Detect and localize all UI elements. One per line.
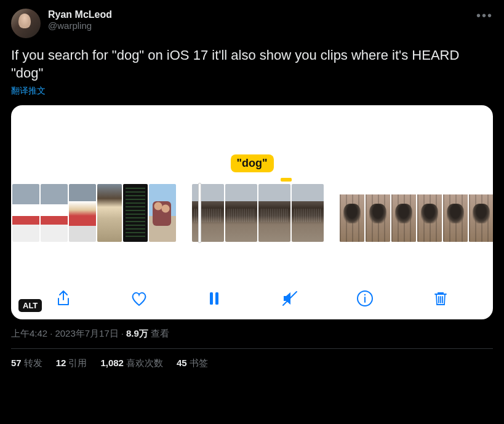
views-label: 查看 xyxy=(151,328,169,338)
search-result-marker xyxy=(281,178,292,182)
svg-rect-1 xyxy=(215,292,218,305)
tweet-text: If you search for "dog" on iOS 17 it'll … xyxy=(11,47,493,82)
tweet-time[interactable]: 上午4:42 xyxy=(11,328,47,338)
info-icon[interactable] xyxy=(355,289,375,308)
thumbnail[interactable] xyxy=(340,184,364,242)
heart-icon[interactable] xyxy=(129,289,149,308)
retweets-stat[interactable]: 57转发 xyxy=(11,358,42,369)
video-timeline[interactable] xyxy=(11,184,493,242)
clip-group-left xyxy=(12,184,176,242)
tweet-stats: 57转发 12引用 1,082喜欢次数 45书签 xyxy=(11,349,493,369)
thumbnail[interactable] xyxy=(97,184,122,242)
tweet-container: Ryan McLeod @warpling ••• If you search … xyxy=(0,0,504,369)
alt-badge[interactable]: ALT xyxy=(18,299,42,312)
thumbnail[interactable] xyxy=(443,184,468,242)
more-options-icon[interactable]: ••• xyxy=(476,9,493,23)
user-handle: @warpling xyxy=(48,20,112,31)
media-toolbar xyxy=(11,289,493,308)
pause-icon[interactable] xyxy=(204,289,224,308)
thumbnail[interactable] xyxy=(192,184,224,242)
thumbnail[interactable] xyxy=(123,184,148,242)
bookmarks-stat[interactable]: 45书签 xyxy=(177,358,208,369)
thumbnail[interactable] xyxy=(225,184,257,242)
thumbnail[interactable] xyxy=(366,184,390,242)
likes-stat[interactable]: 1,082喜欢次数 xyxy=(100,358,163,369)
tweet-meta: 上午4:42·2023年7月17日·8.9万 查看 xyxy=(11,328,493,340)
playhead[interactable] xyxy=(198,183,201,243)
clip-group-right xyxy=(340,184,493,242)
search-result-label: "dog" xyxy=(230,154,273,172)
tweet-header: Ryan McLeod @warpling ••• xyxy=(11,9,493,38)
clip-group-center xyxy=(192,184,324,242)
author-names[interactable]: Ryan McLeod @warpling xyxy=(48,9,112,31)
thumbnail[interactable] xyxy=(469,184,493,242)
display-name: Ryan McLeod xyxy=(48,9,112,20)
thumbnail[interactable] xyxy=(69,184,96,242)
trash-icon[interactable] xyxy=(431,289,450,308)
svg-rect-0 xyxy=(210,292,213,305)
quotes-stat[interactable]: 12引用 xyxy=(56,358,87,369)
thumbnail[interactable] xyxy=(417,184,442,242)
thumbnail[interactable] xyxy=(41,184,68,242)
translate-link[interactable]: 翻译推文 xyxy=(11,86,46,97)
media-card[interactable]: "dog" xyxy=(11,105,493,319)
thumbnail[interactable] xyxy=(292,184,324,242)
avatar[interactable] xyxy=(11,9,41,38)
views-count: 8.9万 xyxy=(126,328,148,338)
thumbnail[interactable] xyxy=(258,184,290,242)
thumbnail[interactable] xyxy=(149,184,176,242)
mute-icon[interactable] xyxy=(280,289,300,308)
thumbnail[interactable] xyxy=(391,184,416,242)
svg-point-4 xyxy=(364,294,366,295)
thumbnail[interactable] xyxy=(12,184,39,242)
share-icon[interactable] xyxy=(54,289,73,308)
tweet-date[interactable]: 2023年7月17日 xyxy=(55,328,118,338)
